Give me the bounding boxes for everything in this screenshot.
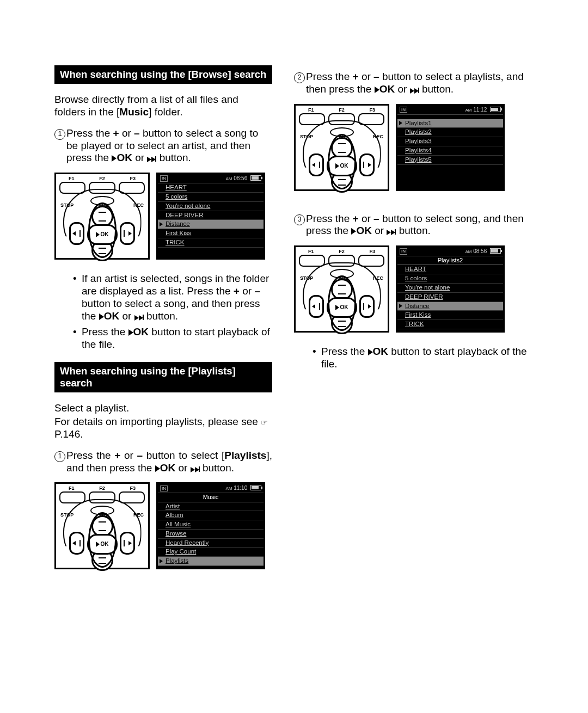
prev-button[interactable] bbox=[69, 222, 84, 245]
play-icon bbox=[96, 232, 100, 237]
list-item[interactable]: HEART bbox=[397, 265, 503, 274]
ok-bold: OK bbox=[104, 310, 120, 322]
list-item[interactable]: All Music bbox=[158, 520, 264, 530]
screen-music-menu: INAM 11:10 Music Artist Album All Music … bbox=[156, 482, 265, 569]
step-1-body: Press the + or – button to select a song… bbox=[66, 127, 272, 165]
ok-label: OK bbox=[340, 163, 348, 169]
status-bar: IN AM 08:56 bbox=[158, 174, 264, 183]
step-number-1: 1 bbox=[54, 450, 66, 475]
list-item[interactable]: TRICK bbox=[158, 238, 264, 248]
next-button[interactable] bbox=[359, 295, 375, 318]
text: Press the bbox=[66, 127, 113, 139]
ok-button[interactable]: OK bbox=[327, 156, 357, 176]
clock: AM 11:10 bbox=[225, 485, 261, 491]
playlists-step-1: 1 Press the + or – button to select [Pla… bbox=[54, 450, 272, 475]
list-item-selected[interactable]: Playlists1 bbox=[397, 119, 503, 128]
prev-button[interactable] bbox=[309, 295, 324, 318]
ok-button[interactable]: OK bbox=[87, 534, 118, 555]
text: button. bbox=[200, 462, 234, 474]
list-item[interactable]: 5 colors bbox=[397, 274, 503, 284]
list-item-selected[interactable]: Distance bbox=[158, 220, 264, 229]
next-button[interactable] bbox=[359, 153, 375, 176]
playlists-list: Playlists1 Playlists2 Playlists3 Playlis… bbox=[397, 115, 503, 189]
prev-button[interactable] bbox=[69, 532, 84, 555]
playlists-intro1: Select a playlist. bbox=[54, 402, 272, 415]
text: or bbox=[240, 285, 254, 297]
bullet: Press the OK button to start playback of… bbox=[73, 326, 272, 351]
list-item[interactable]: TRICK bbox=[397, 320, 503, 329]
ok-button[interactable]: OK bbox=[327, 297, 357, 318]
right-column: 2 Press the + or – button to select a pl… bbox=[294, 65, 534, 582]
list-item[interactable]: Playlists4 bbox=[397, 146, 503, 156]
clock: AM 08:56 bbox=[465, 248, 501, 255]
in-badge: IN bbox=[160, 485, 168, 492]
fast-forward-icon bbox=[134, 311, 144, 323]
battery-icon bbox=[250, 175, 261, 181]
list-item[interactable]: Playlists2 bbox=[397, 128, 503, 137]
bullet: If an artist is selected, songs in the f… bbox=[73, 273, 272, 323]
list-item[interactable]: You're not alone bbox=[397, 284, 503, 293]
text: button. bbox=[156, 152, 191, 163]
list-item[interactable]: Play Count bbox=[158, 548, 264, 557]
list-item[interactable]: HEART bbox=[158, 183, 264, 193]
left-column: When searching using the [Browse] search… bbox=[54, 65, 272, 582]
text: Press the bbox=[82, 326, 128, 337]
list-item[interactable]: 5 colors bbox=[158, 193, 264, 202]
prev-button[interactable] bbox=[309, 153, 324, 176]
list-item[interactable]: Album bbox=[158, 511, 264, 520]
step-body: Press the + or – button to select [Playl… bbox=[66, 450, 272, 475]
text: or bbox=[119, 127, 134, 139]
in-badge: IN bbox=[400, 107, 407, 113]
text: Press the bbox=[306, 213, 353, 224]
browse-intro: Browse directly from a list of all files… bbox=[54, 94, 272, 119]
text: button. bbox=[144, 310, 178, 322]
minus: – bbox=[254, 285, 260, 297]
playlists-bold: Playlists bbox=[224, 450, 266, 461]
list-item[interactable]: Playlists5 bbox=[397, 156, 503, 165]
f2-label: F2 bbox=[87, 485, 117, 491]
plus: + bbox=[353, 213, 359, 224]
clock: AM 08:56 bbox=[225, 175, 261, 182]
music-bold: Music bbox=[119, 106, 149, 118]
list-item[interactable]: DEEP RIVER bbox=[397, 293, 503, 302]
ampm: AM bbox=[225, 486, 232, 491]
list-item[interactable]: Heard Recently bbox=[158, 539, 264, 548]
step-body: Press the + or – button to select song, … bbox=[306, 213, 534, 238]
manual-page: When searching using the [Browse] search… bbox=[0, 0, 588, 713]
f-key-labels: F1 F2 F3 bbox=[56, 176, 148, 182]
list-item[interactable]: First Kiss bbox=[397, 311, 503, 320]
f2-label: F2 bbox=[326, 249, 357, 255]
fast-forward-icon bbox=[387, 225, 396, 238]
ampm: AM bbox=[465, 108, 471, 113]
next-button[interactable] bbox=[120, 222, 135, 245]
f3-label: F3 bbox=[357, 249, 388, 255]
play-icon bbox=[128, 329, 133, 336]
list-item[interactable]: Artist bbox=[158, 502, 264, 512]
playlists-intro2: For details on importing playlists, plea… bbox=[54, 416, 272, 441]
device-diagram: F1F2F3 STOPVOLREC OK bbox=[294, 104, 389, 191]
ok-bold: OK bbox=[133, 326, 149, 337]
list-item-selected[interactable]: Distance bbox=[397, 302, 503, 311]
file-list: HEART 5 colors You're not alone DEEP RIV… bbox=[158, 183, 264, 258]
ok-button[interactable]: OK bbox=[87, 224, 118, 245]
list-item[interactable]: DEEP RIVER bbox=[158, 211, 264, 220]
bullet: Press the OK button to start playback of… bbox=[313, 346, 534, 371]
list-item[interactable]: First Kiss bbox=[158, 229, 264, 238]
screen-playlists-list: INAM 11:12 Playlists1 Playlists2 Playlis… bbox=[396, 104, 505, 191]
list-item[interactable]: You're not alone bbox=[158, 202, 264, 211]
ok-bold: OK bbox=[117, 152, 132, 163]
list-item-selected[interactable]: Playlists bbox=[158, 557, 264, 566]
text: Press the bbox=[66, 450, 114, 461]
f1-label: F1 bbox=[296, 249, 326, 255]
text: Press the bbox=[321, 346, 368, 357]
list-item[interactable]: Playlists3 bbox=[397, 137, 503, 146]
next-button[interactable] bbox=[120, 532, 135, 555]
screen-title: Playlists2 bbox=[397, 256, 503, 265]
play-icon bbox=[155, 465, 160, 472]
heading-playlists: When searching using the [Playlists] sea… bbox=[54, 362, 272, 392]
list-item[interactable]: Browse bbox=[158, 530, 264, 539]
menu-list: Artist Album All Music Browse Heard Rece… bbox=[158, 502, 264, 568]
text: or bbox=[372, 225, 387, 236]
plus: + bbox=[114, 450, 120, 461]
fast-forward-icon bbox=[410, 84, 419, 96]
